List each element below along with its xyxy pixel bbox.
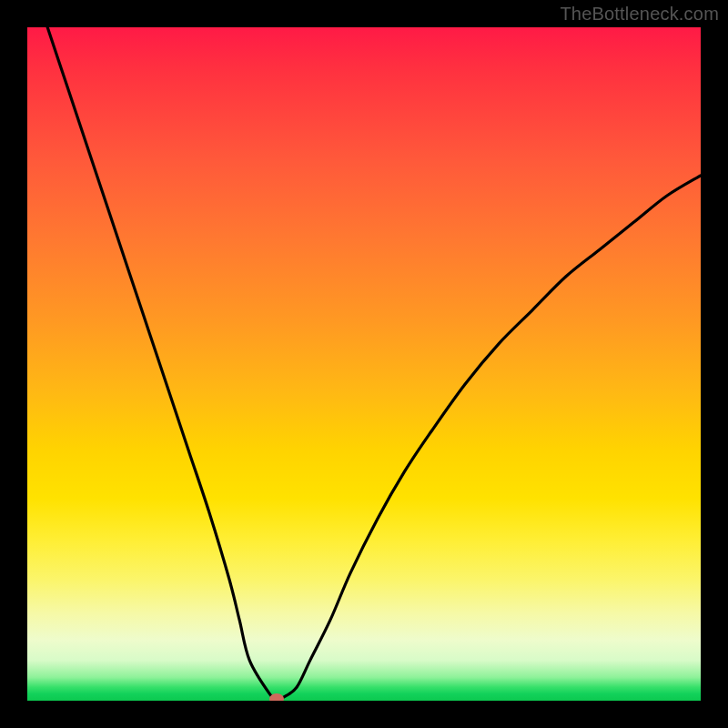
watermark-text: TheBottleneck.com: [560, 4, 719, 25]
bottleneck-curve: [27, 27, 701, 701]
chart-frame: TheBottleneck.com: [0, 0, 728, 728]
optimal-point-marker: [269, 693, 284, 701]
plot-area: [27, 27, 701, 701]
